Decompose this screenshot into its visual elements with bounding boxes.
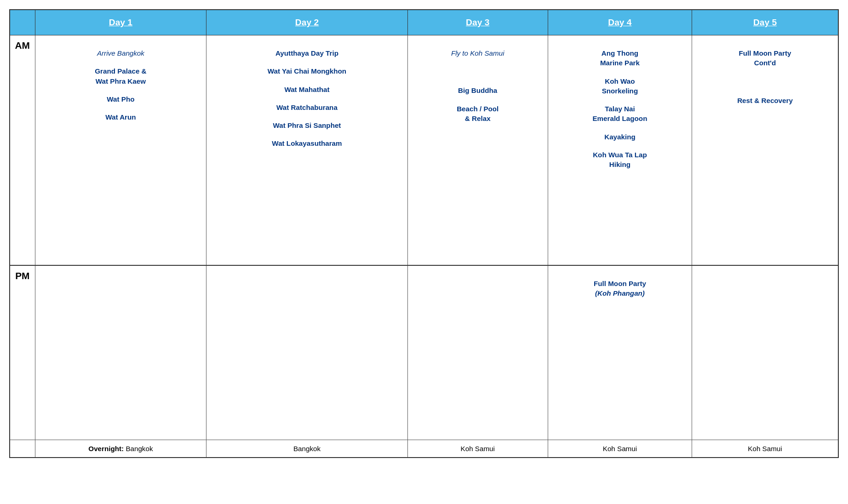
am-day1-item-1: Arrive Bangkok: [38, 48, 204, 58]
overnight-empty: [10, 440, 35, 458]
pm-day1: [35, 265, 206, 440]
am-day3-item-1: Fly to Koh Samui: [411, 48, 545, 58]
header-row: Day 1 Day 2 Day 3 Day 4 Day 5: [10, 10, 838, 35]
am-row: AM Arrive Bangkok Grand Palace &Wat Phra…: [10, 35, 838, 265]
am-day4-item-1: Ang ThongMarine Park: [551, 48, 689, 68]
overnight-day5: Koh Samui: [692, 440, 838, 458]
overnight-label: Overnight:: [88, 445, 124, 452]
overnight-day1-value: Bangkok: [126, 445, 153, 452]
am-day3-item-2: Big Buddha: [411, 86, 545, 95]
am-day1-item-2: Grand Palace &Wat Phra Kaew: [38, 66, 204, 86]
am-day1-item-3: Wat Pho: [38, 94, 204, 104]
am-day4-item-5: Koh Wua Ta LapHiking: [551, 150, 689, 170]
header-day1: Day 1: [35, 10, 206, 35]
am-day5: Full Moon PartyCont'd Rest & Recovery: [692, 35, 838, 265]
am-day5-item-2: Rest & Recovery: [695, 96, 835, 105]
pm-day2: [206, 265, 407, 440]
am-day4-item-2: Koh WaoSnorkeling: [551, 76, 689, 96]
am-day2-item-3: Wat Mahathat: [209, 85, 404, 94]
pm-day5: [692, 265, 838, 440]
am-day3: Fly to Koh Samui Big Buddha Beach / Pool…: [407, 35, 548, 265]
am-label: AM: [10, 35, 35, 265]
am-day1-item-4: Wat Arun: [38, 112, 204, 122]
am-day1: Arrive Bangkok Grand Palace &Wat Phra Ka…: [35, 35, 206, 265]
am-day2: Ayutthaya Day Trip Wat Yai Chai Mongkhon…: [206, 35, 407, 265]
header-day2: Day 2: [206, 10, 407, 35]
pm-day4-item-1: Full Moon Party(Koh Phangan): [551, 279, 689, 298]
am-day4-item-4: Kayaking: [551, 132, 689, 142]
schedule-table: Day 1 Day 2 Day 3 Day 4 Day 5 AM Arrive …: [9, 9, 839, 458]
pm-label: PM: [10, 265, 35, 440]
am-day2-item-4: Wat Ratchaburana: [209, 103, 404, 112]
am-day2-item-1: Ayutthaya Day Trip: [209, 48, 404, 58]
am-day3-item-3: Beach / Pool& Relax: [411, 104, 545, 124]
am-day2-item-2: Wat Yai Chai Mongkhon: [209, 66, 404, 76]
am-day4: Ang ThongMarine Park Koh WaoSnorkeling T…: [548, 35, 692, 265]
header-empty: [10, 10, 35, 35]
pm-day4: Full Moon Party(Koh Phangan): [548, 265, 692, 440]
header-day4: Day 4: [548, 10, 692, 35]
overnight-day2: Bangkok: [206, 440, 407, 458]
am-day5-item-1: Full Moon PartyCont'd: [695, 48, 835, 68]
header-day5: Day 5: [692, 10, 838, 35]
am-day2-item-5: Wat Phra Si Sanphet: [209, 120, 404, 130]
am-day2-item-6: Wat Lokayasutharam: [209, 138, 404, 148]
overnight-day1: Overnight: Bangkok: [35, 440, 206, 458]
overnight-day3: Koh Samui: [407, 440, 548, 458]
overnight-row: Overnight: Bangkok Bangkok Koh Samui Koh…: [10, 440, 838, 458]
pm-day3: [407, 265, 548, 440]
header-day3: Day 3: [407, 10, 548, 35]
pm-row: PM Full Moon Party(Koh Phangan): [10, 265, 838, 440]
am-day4-item-3: Talay NaiEmerald Lagoon: [551, 104, 689, 124]
overnight-day4: Koh Samui: [548, 440, 692, 458]
